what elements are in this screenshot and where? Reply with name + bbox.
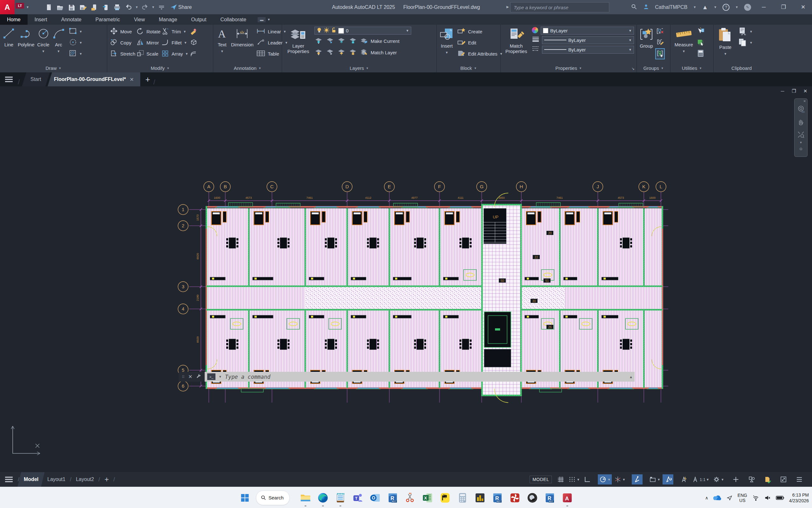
edit-attributes-button[interactable]: Edit Attributes▼ <box>457 49 503 59</box>
layout-menu-icon[interactable] <box>0 476 18 482</box>
taskbar-app-red-pinwheel-app-icon[interactable] <box>509 492 521 504</box>
tab-layout2[interactable]: Layout2 <box>71 472 98 487</box>
paste-button[interactable]: Paste▼ <box>716 27 734 56</box>
language-indicator[interactable]: ENGUS <box>737 493 747 503</box>
grid-toggle[interactable] <box>555 474 566 484</box>
model-space-badge[interactable]: MODEL <box>530 476 552 483</box>
snap-mode-toggle[interactable]: ▼ <box>567 474 581 484</box>
undo-icon[interactable] <box>124 3 133 12</box>
layers-panel-title[interactable]: Layers▼ <box>282 64 436 72</box>
navbar-collapse-icon[interactable]: ⊖ <box>799 147 803 151</box>
isolate-objects-toggle[interactable] <box>746 474 757 484</box>
taskbar-app-edge-icon[interactable] <box>317 492 329 504</box>
object-snap-toggle[interactable] <box>632 474 642 484</box>
annotation-autoscale-toggle[interactable] <box>678 474 689 484</box>
open-web-mobile-icon[interactable] <box>90 3 99 12</box>
offset-button[interactable] <box>189 49 198 59</box>
zoom-extents-icon[interactable] <box>797 128 805 141</box>
taskbar-app-notepad-icon[interactable] <box>334 492 347 504</box>
copy-button[interactable]: Copy <box>110 38 136 48</box>
text-button[interactable]: AText▼ <box>216 27 229 54</box>
move-button[interactable]: Move <box>110 27 136 37</box>
plus-toggle[interactable] <box>730 474 741 484</box>
ribbon-tab-output[interactable]: Output <box>184 14 213 25</box>
tab-start[interactable]: Start <box>22 72 50 86</box>
tab-document[interactable]: FloorPlan-00-GroundFFLevel*✕ <box>48 72 140 86</box>
tab-close-icon[interactable]: ✕ <box>130 77 134 83</box>
taskbar-app-excel-icon[interactable]: X <box>421 492 434 504</box>
taskbar-search[interactable]: Search <box>256 491 290 505</box>
layer-properties-button[interactable]: Layer Properties <box>285 27 312 54</box>
array-button[interactable]: Array▼ <box>161 49 189 59</box>
polar-tracking-toggle[interactable]: ▼ <box>598 474 612 484</box>
ribbon-tab-insert[interactable]: Insert <box>28 14 54 25</box>
linetype-select[interactable]: ByLayer▼ <box>542 46 634 54</box>
navbar-close-icon[interactable]: ✕ <box>803 99 806 103</box>
new-file-icon[interactable] <box>44 3 53 12</box>
modify-panel-title[interactable]: Modify▼ <box>107 64 213 72</box>
groups-panel-title[interactable]: Groups▼ <box>637 64 670 72</box>
polyline-button[interactable]: Polyline <box>18 27 35 47</box>
taskbar-app-teams-icon[interactable]: T <box>351 492 364 504</box>
share-label[interactable]: Share <box>178 4 192 10</box>
qat-customize-icon[interactable] <box>157 3 166 12</box>
group-edit-button[interactable] <box>656 38 664 48</box>
trim-button[interactable]: Trim▼ <box>161 27 189 37</box>
block-panel-title[interactable]: Block▼ <box>437 64 500 72</box>
steering-wheel-2d-icon[interactable]: 2D <box>797 103 805 116</box>
floor-plan-drawing[interactable]: UP202250513026ABCDEFGHJKL123456160045737… <box>0 86 812 472</box>
taskbar-app-miro-icon[interactable] <box>439 492 451 504</box>
erase-button[interactable] <box>189 27 198 37</box>
taskbar-app-calculator-icon[interactable] <box>456 492 469 504</box>
object-color-select[interactable]: ByLayer▼ <box>541 27 634 35</box>
network-icon[interactable] <box>752 495 759 501</box>
quick-calculator-button[interactable] <box>697 49 705 59</box>
tab-layout1[interactable]: Layout1 <box>43 472 70 487</box>
battery-icon[interactable] <box>776 496 784 500</box>
tab-model[interactable]: Model <box>17 472 45 487</box>
pan-hand-icon[interactable] <box>797 116 805 128</box>
taskbar-app-autocad-lt-icon[interactable]: A <box>561 492 574 504</box>
scale-button[interactable]: Scale <box>136 49 160 59</box>
ortho-toggle[interactable] <box>582 474 593 484</box>
customization-menu-toggle[interactable] <box>794 474 805 484</box>
account-name[interactable]: CathalTMPCB <box>655 4 687 10</box>
plot-icon[interactable] <box>112 3 122 12</box>
drawing-minimize-icon[interactable]: ─ <box>778 88 786 94</box>
drawing-restore-icon[interactable]: ❐ <box>790 88 798 94</box>
hatch-button[interactable]: ▼ <box>69 49 83 59</box>
redo-caret[interactable]: ▼ <box>152 5 155 9</box>
drawing-close-icon[interactable]: ✕ <box>801 88 809 94</box>
stretch-button[interactable]: Stretch <box>110 49 136 59</box>
dimension-button[interactable]: Dimension <box>231 27 253 47</box>
ribbon-display-toggle[interactable]: ▬▼ <box>258 14 270 25</box>
ellipse-button[interactable]: ▼ <box>69 38 83 48</box>
edit-block-button[interactable]: Edit <box>457 38 503 48</box>
feedback-icon[interactable]: ✎ <box>744 4 751 11</box>
isometric-drafting-toggle[interactable]: ▼ <box>613 474 627 484</box>
mirror-button[interactable]: Mirror <box>136 38 160 48</box>
keyword-search-input[interactable]: Type a keyword or phrase <box>510 2 609 12</box>
properties-panel-launcher[interactable]: ↘ <box>631 67 635 71</box>
model-space-canvas[interactable]: UP202250513026ABCDEFGHJKL123456160045737… <box>0 86 812 472</box>
redo-icon[interactable] <box>140 3 150 12</box>
properties-panel-title[interactable]: Properties▼ <box>501 64 636 72</box>
clean-screen-toggle[interactable] <box>778 474 789 484</box>
create-block-button[interactable]: Create <box>457 27 503 37</box>
open-file-icon[interactable] <box>55 3 65 12</box>
start-button[interactable] <box>238 492 251 504</box>
search-expand-arrow[interactable]: ▶ <box>507 5 509 9</box>
utilities-panel-title[interactable]: Utilities▼ <box>670 64 713 72</box>
select-similar-button[interactable] <box>697 38 705 48</box>
new-drawing-tab-button[interactable]: + <box>145 72 150 86</box>
arc-button[interactable]: Arc▼ <box>52 27 65 54</box>
command-input[interactable]: >_ ▼ Type a command ▲ <box>205 372 635 382</box>
group-button[interactable]: Group <box>638 27 655 49</box>
undo-caret[interactable]: ▼ <box>135 5 138 9</box>
ribbon-tab-manage[interactable]: Manage <box>152 14 184 25</box>
circle-button[interactable]: Circle▼ <box>37 27 50 54</box>
group-selection-toggle[interactable] <box>656 49 664 59</box>
lineweight-select[interactable]: ByLayer▼ <box>542 36 634 44</box>
save-as-icon[interactable] <box>78 3 88 12</box>
rectangle-button[interactable]: ▼ <box>69 27 83 37</box>
